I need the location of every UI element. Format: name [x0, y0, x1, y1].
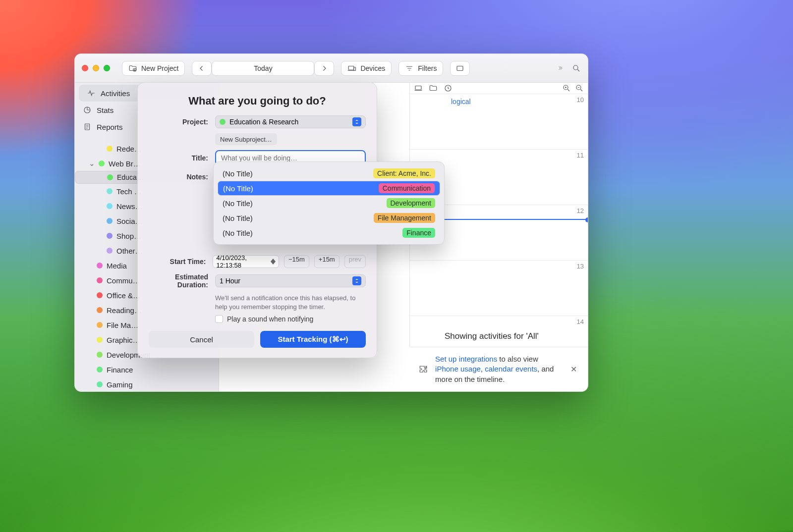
new-subproject-chip[interactable]: New Subproject…	[215, 133, 277, 145]
project-label: Office &…	[107, 291, 140, 300]
suggestion-tag: Development	[387, 198, 436, 208]
activity-icon	[87, 89, 96, 98]
zoom-window-button[interactable]	[104, 65, 110, 71]
timeline-hour: 13	[410, 260, 588, 316]
project-color-dot	[97, 307, 103, 313]
today-button[interactable]: Today	[212, 61, 314, 76]
title-suggestions-popover: (No Title)Client: Acme, Inc.(No Title)Co…	[213, 161, 445, 245]
link-iphone-usage[interactable]: iPhone usage	[435, 365, 481, 373]
hour-label: 11	[577, 152, 584, 159]
hour-label: 14	[577, 318, 584, 325]
start-tracking-button[interactable]: Start Tracking (⌘↩︎)	[260, 331, 366, 348]
svg-rect-3	[457, 66, 463, 70]
close-window-button[interactable]	[82, 65, 88, 71]
folder-icon[interactable]	[429, 84, 438, 93]
start-time-stepper[interactable]: 4/10/2023, 12:13:58	[213, 255, 279, 268]
suggestion-item[interactable]: (No Title)Communication	[218, 181, 440, 196]
start-time-label: Start Time:	[149, 258, 213, 266]
suggestion-title: (No Title)	[223, 199, 253, 208]
promo-text-frag: to also view	[497, 355, 538, 363]
plus-15m-button[interactable]: +15m	[314, 255, 340, 268]
chevron-left-icon	[197, 64, 206, 73]
project-color-dot	[97, 381, 103, 387]
project-color-dot	[97, 263, 103, 268]
play-sound-checkbox[interactable]	[215, 315, 223, 323]
project-color-dot	[97, 337, 103, 343]
prev-day-button[interactable]	[192, 61, 212, 76]
svg-point-4	[573, 65, 578, 70]
project-color-dot	[107, 233, 113, 239]
hour-label: 10	[577, 96, 584, 104]
project-color-dot	[97, 322, 103, 328]
zoom-out-icon[interactable]	[575, 84, 584, 93]
suggestion-tag: Client: Acme, Inc.	[373, 168, 435, 178]
project-color-dot	[107, 248, 113, 254]
close-promo-button[interactable]: ✕	[567, 362, 580, 377]
suggestion-item[interactable]: (No Title)Finance	[218, 225, 440, 240]
new-project-button[interactable]: New Project	[122, 61, 185, 76]
puzzle-icon	[418, 362, 428, 377]
duration-select[interactable]: 1 Hour	[215, 274, 366, 287]
step-down-icon[interactable]	[271, 262, 276, 266]
project-label: Project:	[149, 118, 215, 126]
project-label: Reading…	[107, 306, 142, 315]
link-integrations[interactable]: Set up integrations	[435, 355, 497, 363]
devices-icon	[347, 64, 356, 73]
play-sound-label: Play a sound when notifying	[227, 315, 313, 323]
minus-15m-button[interactable]: −15m	[284, 255, 309, 268]
sidebar-project-item[interactable]: Gaming	[75, 377, 219, 391]
minimize-window-button[interactable]	[93, 65, 99, 71]
hour-label: 13	[577, 263, 584, 270]
suggestion-item[interactable]: (No Title)File Management	[218, 211, 440, 225]
suggestion-tag: Finance	[402, 228, 435, 238]
sidebar-tab-label: Reports	[97, 123, 123, 131]
toolbar: New Project Today Devices Filters	[75, 54, 588, 83]
date-nav: Today	[192, 61, 334, 76]
project-label: Media	[107, 262, 127, 270]
promo-text-frag: ,	[481, 365, 485, 373]
project-color-dot	[220, 119, 226, 125]
start-time-controls: 4/10/2023, 12:13:58 −15m +15m prev	[213, 255, 366, 268]
duration-value: 1 Hour	[220, 277, 240, 285]
select-caret-icon	[352, 276, 361, 285]
next-day-button[interactable]	[314, 61, 334, 76]
project-color-dot	[107, 218, 113, 224]
overflow-icon[interactable]	[556, 64, 565, 73]
select-caret-icon	[352, 117, 361, 126]
zoom-in-icon[interactable]	[562, 84, 571, 93]
project-color-dot	[97, 292, 103, 298]
project-label: File Ma…	[107, 321, 138, 329]
prev-button[interactable]: prev	[344, 255, 366, 268]
cancel-button[interactable]: Cancel	[149, 331, 254, 348]
laptop-icon[interactable]	[414, 84, 423, 93]
devices-label: Devices	[360, 64, 385, 72]
project-label: Web Br…	[109, 160, 141, 168]
project-label: Commu…	[107, 276, 140, 285]
filters-button[interactable]: Filters	[398, 61, 443, 76]
svg-rect-2	[354, 67, 356, 70]
step-up-icon[interactable]	[271, 258, 276, 262]
sidebar-project-item[interactable]: Finance	[75, 362, 219, 377]
suggestion-tag: File Management	[374, 213, 435, 223]
suggestion-item[interactable]: (No Title)Development	[218, 196, 440, 211]
suggestion-item[interactable]: (No Title)Client: Acme, Inc.	[218, 166, 440, 181]
window-icon	[455, 64, 464, 73]
project-label: Gaming	[107, 380, 133, 389]
search-icon[interactable]	[572, 64, 581, 73]
suggestion-tag: Communication	[379, 183, 435, 193]
hour-label: 12	[577, 207, 584, 214]
integrations-promo: Set up integrations to also view iPhone …	[410, 347, 588, 391]
devices-button[interactable]: Devices	[341, 61, 392, 76]
suggestion-title: (No Title)	[223, 169, 253, 178]
project-color-dot	[97, 277, 103, 283]
project-color-dot	[99, 160, 105, 166]
promo-text: Set up integrations to also view iPhone …	[435, 354, 561, 384]
stats-icon	[83, 106, 92, 114]
link-calendar-events[interactable]: calendar events	[485, 365, 537, 373]
timeline-hour: 10	[410, 94, 588, 149]
view-button[interactable]	[450, 61, 470, 76]
project-select[interactable]: Education & Research	[215, 115, 366, 128]
svg-rect-7	[415, 86, 421, 90]
project-label: Graphic…	[107, 336, 140, 344]
clock-icon[interactable]	[444, 84, 453, 93]
